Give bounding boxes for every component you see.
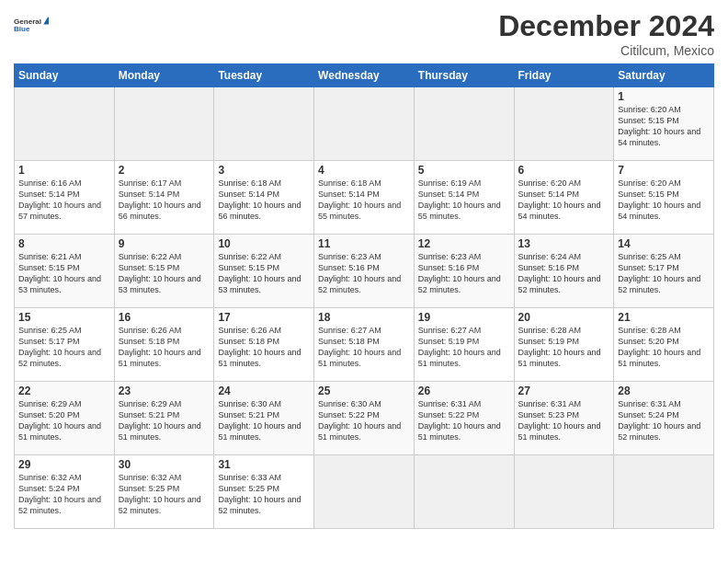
cell-info: Sunrise: 6:22 AMSunset: 5:15 PMDaylight:… <box>218 252 301 294</box>
calendar-cell <box>314 87 415 161</box>
cell-info: Sunrise: 6:26 AMSunset: 5:18 PMDaylight:… <box>218 326 301 368</box>
cell-info: Sunrise: 6:32 AMSunset: 5:25 PMDaylight:… <box>119 473 201 515</box>
svg-marker-2 <box>43 17 49 25</box>
location: Citilcum, Mexico <box>498 43 714 58</box>
header-row: SundayMondayTuesdayWednesdayThursdayFrid… <box>15 64 714 87</box>
day-number: 2 <box>119 164 210 177</box>
calendar-cell: 14 Sunrise: 6:25 AMSunset: 5:17 PMDaylig… <box>614 235 714 308</box>
cell-info: Sunrise: 6:23 AMSunset: 5:16 PMDaylight:… <box>318 252 401 294</box>
cell-info: Sunrise: 6:20 AMSunset: 5:15 PMDaylight:… <box>618 105 700 147</box>
day-number: 28 <box>618 385 710 397</box>
calendar-cell: 1 Sunrise: 6:16 AMSunset: 5:14 PMDayligh… <box>15 161 115 235</box>
day-number: 14 <box>618 237 710 250</box>
calendar-cell: 8 Sunrise: 6:21 AMSunset: 5:15 PMDayligh… <box>15 235 115 308</box>
calendar-cell: 15 Sunrise: 6:25 AMSunset: 5:17 PMDaylig… <box>15 308 115 382</box>
day-number: 25 <box>318 385 410 397</box>
day-number: 19 <box>418 311 510 324</box>
calendar-cell: 27 Sunrise: 6:31 AMSunset: 5:23 PMDaylig… <box>514 382 614 455</box>
svg-text:Blue: Blue <box>14 25 30 33</box>
calendar-cell <box>414 87 514 161</box>
week-row-6: 29 Sunrise: 6:32 AMSunset: 5:24 PMDaylig… <box>15 455 714 529</box>
calendar-cell: 1 Sunrise: 6:20 AMSunset: 5:15 PMDayligh… <box>614 87 714 161</box>
cell-info: Sunrise: 6:27 AMSunset: 5:18 PMDaylight:… <box>318 326 401 368</box>
calendar-cell: 30 Sunrise: 6:32 AMSunset: 5:25 PMDaylig… <box>114 455 214 529</box>
day-number: 9 <box>119 237 210 250</box>
cell-info: Sunrise: 6:22 AMSunset: 5:15 PMDaylight:… <box>119 252 201 294</box>
calendar-cell: 4 Sunrise: 6:18 AMSunset: 5:14 PMDayligh… <box>314 161 415 235</box>
cell-info: Sunrise: 6:17 AMSunset: 5:14 PMDaylight:… <box>119 178 201 221</box>
calendar-cell: 19 Sunrise: 6:27 AMSunset: 5:19 PMDaylig… <box>414 308 514 382</box>
cell-info: Sunrise: 6:26 AMSunset: 5:18 PMDaylight:… <box>119 326 201 368</box>
title-block: December 2024 Citilcum, Mexico <box>498 9 714 58</box>
calendar-cell <box>514 87 614 161</box>
day-number: 20 <box>518 311 610 324</box>
cell-info: Sunrise: 6:33 AMSunset: 5:25 PMDaylight:… <box>218 473 301 515</box>
calendar-cell <box>614 455 714 529</box>
cell-info: Sunrise: 6:21 AMSunset: 5:15 PMDaylight:… <box>18 252 101 294</box>
col-header-thursday: Thursday <box>414 64 514 87</box>
calendar-cell: 18 Sunrise: 6:27 AMSunset: 5:18 PMDaylig… <box>314 308 415 382</box>
calendar-cell: 31 Sunrise: 6:33 AMSunset: 5:25 PMDaylig… <box>214 455 314 529</box>
day-number: 21 <box>618 311 710 324</box>
col-header-tuesday: Tuesday <box>214 64 314 87</box>
calendar-cell: 12 Sunrise: 6:23 AMSunset: 5:16 PMDaylig… <box>414 235 514 308</box>
cell-info: Sunrise: 6:23 AMSunset: 5:16 PMDaylight:… <box>418 252 501 294</box>
calendar-cell: 10 Sunrise: 6:22 AMSunset: 5:15 PMDaylig… <box>214 235 314 308</box>
calendar-cell: 2 Sunrise: 6:17 AMSunset: 5:14 PMDayligh… <box>114 161 214 235</box>
day-number: 18 <box>318 311 410 324</box>
day-number: 22 <box>18 385 110 397</box>
day-number: 8 <box>18 237 110 250</box>
calendar-cell: 20 Sunrise: 6:28 AMSunset: 5:19 PMDaylig… <box>514 308 614 382</box>
calendar-cell: 17 Sunrise: 6:26 AMSunset: 5:18 PMDaylig… <box>214 308 314 382</box>
page-container: General Blue December 2024 Citilcum, Mex… <box>0 0 728 538</box>
calendar-cell: 28 Sunrise: 6:31 AMSunset: 5:24 PMDaylig… <box>614 382 714 455</box>
day-number: 27 <box>518 385 610 397</box>
cell-info: Sunrise: 6:30 AMSunset: 5:21 PMDaylight:… <box>218 399 301 442</box>
calendar-cell: 22 Sunrise: 6:29 AMSunset: 5:20 PMDaylig… <box>15 382 115 455</box>
header: General Blue December 2024 Citilcum, Mex… <box>14 9 714 58</box>
day-number: 6 <box>518 164 610 177</box>
calendar-cell: 26 Sunrise: 6:31 AMSunset: 5:22 PMDaylig… <box>414 382 514 455</box>
col-header-friday: Friday <box>514 64 614 87</box>
cell-info: Sunrise: 6:28 AMSunset: 5:19 PMDaylight:… <box>518 326 601 368</box>
col-header-monday: Monday <box>114 64 214 87</box>
cell-info: Sunrise: 6:25 AMSunset: 5:17 PMDaylight:… <box>618 252 700 294</box>
calendar-cell: 21 Sunrise: 6:28 AMSunset: 5:20 PMDaylig… <box>614 308 714 382</box>
cell-info: Sunrise: 6:18 AMSunset: 5:14 PMDaylight:… <box>218 178 301 221</box>
calendar-cell <box>114 87 214 161</box>
cell-info: Sunrise: 6:29 AMSunset: 5:21 PMDaylight:… <box>119 399 201 442</box>
cell-info: Sunrise: 6:16 AMSunset: 5:14 PMDaylight:… <box>18 178 101 221</box>
week-row-4: 15 Sunrise: 6:25 AMSunset: 5:17 PMDaylig… <box>15 308 714 382</box>
month-title: December 2024 <box>498 9 714 43</box>
cell-info: Sunrise: 6:31 AMSunset: 5:23 PMDaylight:… <box>518 399 601 442</box>
calendar-cell: 11 Sunrise: 6:23 AMSunset: 5:16 PMDaylig… <box>314 235 415 308</box>
day-number: 26 <box>418 385 510 397</box>
cell-info: Sunrise: 6:30 AMSunset: 5:22 PMDaylight:… <box>318 399 401 442</box>
day-number: 31 <box>218 458 310 471</box>
week-row-1: 1 Sunrise: 6:20 AMSunset: 5:15 PMDayligh… <box>15 87 714 161</box>
day-number: 1 <box>618 90 710 103</box>
calendar-cell <box>314 455 415 529</box>
logo-svg: General Blue <box>14 9 49 40</box>
calendar-table: SundayMondayTuesdayWednesdayThursdayFrid… <box>14 63 714 529</box>
cell-info: Sunrise: 6:29 AMSunset: 5:20 PMDaylight:… <box>18 399 101 442</box>
col-header-saturday: Saturday <box>614 64 714 87</box>
calendar-cell: 7 Sunrise: 6:20 AMSunset: 5:15 PMDayligh… <box>614 161 714 235</box>
day-number: 1 <box>18 164 110 177</box>
calendar-cell: 16 Sunrise: 6:26 AMSunset: 5:18 PMDaylig… <box>114 308 214 382</box>
day-number: 11 <box>318 237 410 250</box>
day-number: 5 <box>418 164 510 177</box>
cell-info: Sunrise: 6:20 AMSunset: 5:15 PMDaylight:… <box>618 178 700 221</box>
cell-info: Sunrise: 6:32 AMSunset: 5:24 PMDaylight:… <box>18 473 101 515</box>
day-number: 23 <box>119 385 210 397</box>
calendar-cell: 25 Sunrise: 6:30 AMSunset: 5:22 PMDaylig… <box>314 382 415 455</box>
calendar-cell <box>214 87 314 161</box>
week-row-3: 8 Sunrise: 6:21 AMSunset: 5:15 PMDayligh… <box>15 235 714 308</box>
week-row-5: 22 Sunrise: 6:29 AMSunset: 5:20 PMDaylig… <box>15 382 714 455</box>
cell-info: Sunrise: 6:20 AMSunset: 5:14 PMDaylight:… <box>518 178 601 221</box>
day-number: 29 <box>18 458 110 471</box>
cell-info: Sunrise: 6:31 AMSunset: 5:22 PMDaylight:… <box>418 399 501 442</box>
logo: General Blue <box>14 9 49 40</box>
calendar-cell <box>15 87 115 161</box>
calendar-cell: 3 Sunrise: 6:18 AMSunset: 5:14 PMDayligh… <box>214 161 314 235</box>
